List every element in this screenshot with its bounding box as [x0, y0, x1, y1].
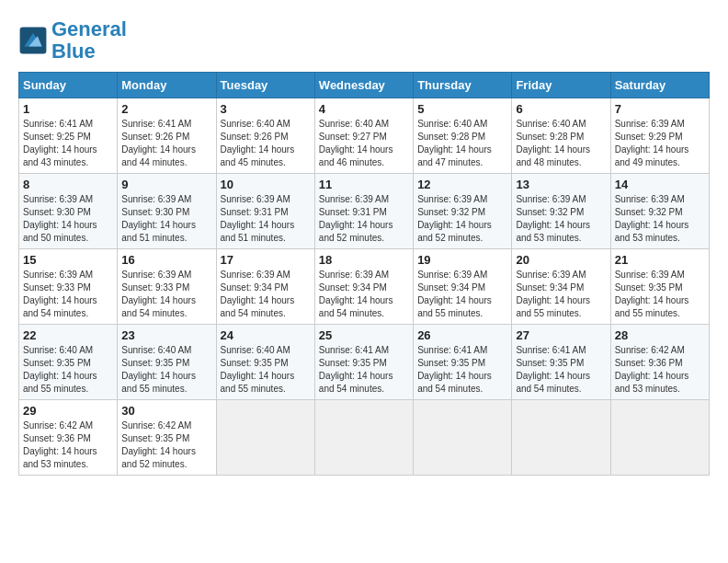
calendar-cell: 22 Sunrise: 6:40 AM Sunset: 9:35 PM Dayl… [19, 325, 118, 400]
calendar-cell: 2 Sunrise: 6:41 AM Sunset: 9:26 PM Dayli… [118, 98, 216, 174]
day-number: 2 [121, 102, 211, 116]
calendar-cell: 20 Sunrise: 6:39 AM Sunset: 9:34 PM Dayl… [512, 249, 610, 325]
calendar-table: SundayMondayTuesdayWednesdayThursdayFrid… [18, 72, 710, 476]
day-info: Sunrise: 6:40 AM Sunset: 9:35 PM Dayligh… [23, 344, 113, 396]
calendar-cell: 12 Sunrise: 6:39 AM Sunset: 9:32 PM Dayl… [414, 174, 512, 249]
calendar-cell: 28 Sunrise: 6:42 AM Sunset: 9:36 PM Dayl… [610, 325, 709, 400]
calendar-cell: 6 Sunrise: 6:40 AM Sunset: 9:28 PM Dayli… [512, 98, 610, 174]
day-number: 25 [319, 328, 409, 342]
day-info: Sunrise: 6:40 AM Sunset: 9:35 PM Dayligh… [221, 344, 311, 396]
day-number: 10 [221, 178, 311, 191]
day-info: Sunrise: 6:39 AM Sunset: 9:31 PM Dayligh… [319, 193, 409, 245]
calendar-cell: 15 Sunrise: 6:39 AM Sunset: 9:33 PM Dayl… [19, 249, 118, 325]
calendar-cell [610, 400, 709, 476]
calendar-cell: 29 Sunrise: 6:42 AM Sunset: 9:36 PM Dayl… [19, 400, 118, 476]
calendar-cell: 24 Sunrise: 6:40 AM Sunset: 9:35 PM Dayl… [216, 325, 314, 400]
calendar-cell: 25 Sunrise: 6:41 AM Sunset: 9:35 PM Dayl… [314, 325, 413, 400]
day-info: Sunrise: 6:39 AM Sunset: 9:31 PM Dayligh… [221, 193, 311, 245]
calendar-cell: 1 Sunrise: 6:41 AM Sunset: 9:25 PM Dayli… [19, 98, 118, 174]
day-number: 1 [23, 102, 113, 116]
day-info: Sunrise: 6:41 AM Sunset: 9:26 PM Dayligh… [121, 118, 211, 169]
logo-icon [18, 26, 48, 55]
calendar-cell: 5 Sunrise: 6:40 AM Sunset: 9:28 PM Dayli… [414, 98, 512, 174]
calendar-cell [314, 400, 413, 476]
day-number: 14 [615, 178, 705, 191]
day-info: Sunrise: 6:39 AM Sunset: 9:29 PM Dayligh… [615, 118, 705, 169]
day-number: 26 [417, 328, 507, 342]
calendar-cell: 26 Sunrise: 6:41 AM Sunset: 9:35 PM Dayl… [414, 325, 512, 400]
calendar-cell: 4 Sunrise: 6:40 AM Sunset: 9:27 PM Dayli… [314, 98, 413, 174]
day-info: Sunrise: 6:42 AM Sunset: 9:36 PM Dayligh… [23, 419, 113, 471]
calendar-cell [512, 400, 610, 476]
day-number: 20 [516, 253, 606, 267]
day-number: 19 [417, 253, 507, 267]
day-number: 6 [516, 102, 606, 116]
calendar-cell: 23 Sunrise: 6:40 AM Sunset: 9:35 PM Dayl… [118, 325, 216, 400]
day-number: 12 [417, 178, 507, 191]
day-number: 29 [23, 404, 113, 418]
day-number: 8 [23, 178, 113, 191]
calendar-cell: 18 Sunrise: 6:39 AM Sunset: 9:34 PM Dayl… [314, 249, 413, 325]
calendar-cell: 9 Sunrise: 6:39 AM Sunset: 9:30 PM Dayli… [118, 174, 216, 249]
weekday-header: Wednesday [314, 73, 413, 98]
calendar-row: 15 Sunrise: 6:39 AM Sunset: 9:33 PM Dayl… [19, 249, 710, 325]
calendar-cell [216, 400, 314, 476]
day-info: Sunrise: 6:40 AM Sunset: 9:28 PM Dayligh… [516, 118, 606, 169]
day-info: Sunrise: 6:40 AM Sunset: 9:27 PM Dayligh… [319, 118, 409, 169]
day-info: Sunrise: 6:40 AM Sunset: 9:35 PM Dayligh… [121, 344, 211, 396]
day-info: Sunrise: 6:39 AM Sunset: 9:34 PM Dayligh… [319, 269, 409, 320]
day-info: Sunrise: 6:39 AM Sunset: 9:35 PM Dayligh… [615, 269, 705, 320]
day-number: 23 [121, 328, 211, 342]
calendar-row: 29 Sunrise: 6:42 AM Sunset: 9:36 PM Dayl… [19, 400, 710, 476]
weekday-header: Sunday [19, 73, 118, 98]
page-header: General Blue [18, 18, 710, 63]
calendar-cell: 8 Sunrise: 6:39 AM Sunset: 9:30 PM Dayli… [19, 174, 118, 249]
day-number: 7 [615, 102, 705, 116]
day-info: Sunrise: 6:41 AM Sunset: 9:35 PM Dayligh… [516, 344, 606, 396]
day-number: 11 [319, 178, 409, 191]
day-info: Sunrise: 6:39 AM Sunset: 9:33 PM Dayligh… [23, 269, 113, 320]
day-info: Sunrise: 6:39 AM Sunset: 9:34 PM Dayligh… [516, 269, 606, 320]
day-info: Sunrise: 6:39 AM Sunset: 9:32 PM Dayligh… [417, 193, 507, 245]
weekday-header: Thursday [414, 73, 512, 98]
calendar-cell: 30 Sunrise: 6:42 AM Sunset: 9:35 PM Dayl… [118, 400, 216, 476]
calendar-cell: 27 Sunrise: 6:41 AM Sunset: 9:35 PM Dayl… [512, 325, 610, 400]
day-number: 4 [319, 102, 409, 116]
day-number: 16 [121, 253, 211, 267]
calendar-row: 8 Sunrise: 6:39 AM Sunset: 9:30 PM Dayli… [19, 174, 710, 249]
day-info: Sunrise: 6:39 AM Sunset: 9:30 PM Dayligh… [23, 193, 113, 245]
day-info: Sunrise: 6:39 AM Sunset: 9:30 PM Dayligh… [121, 193, 211, 245]
day-info: Sunrise: 6:39 AM Sunset: 9:33 PM Dayligh… [121, 269, 211, 320]
calendar-cell [414, 400, 512, 476]
calendar-row: 22 Sunrise: 6:40 AM Sunset: 9:35 PM Dayl… [19, 325, 710, 400]
day-info: Sunrise: 6:41 AM Sunset: 9:35 PM Dayligh… [319, 344, 409, 396]
calendar-cell: 3 Sunrise: 6:40 AM Sunset: 9:26 PM Dayli… [216, 98, 314, 174]
day-number: 17 [221, 253, 311, 267]
day-number: 30 [121, 404, 211, 418]
calendar-cell: 7 Sunrise: 6:39 AM Sunset: 9:29 PM Dayli… [610, 98, 709, 174]
weekday-header: Tuesday [216, 73, 314, 98]
day-number: 27 [516, 328, 606, 342]
day-number: 21 [615, 253, 705, 267]
calendar-cell: 14 Sunrise: 6:39 AM Sunset: 9:32 PM Dayl… [610, 174, 709, 249]
calendar-cell: 11 Sunrise: 6:39 AM Sunset: 9:31 PM Dayl… [314, 174, 413, 249]
weekday-header: Monday [118, 73, 216, 98]
day-number: 13 [516, 178, 606, 191]
day-info: Sunrise: 6:41 AM Sunset: 9:25 PM Dayligh… [23, 118, 113, 169]
day-info: Sunrise: 6:42 AM Sunset: 9:35 PM Dayligh… [121, 419, 211, 471]
day-number: 24 [221, 328, 311, 342]
day-info: Sunrise: 6:39 AM Sunset: 9:34 PM Dayligh… [417, 269, 507, 320]
calendar-header: SundayMondayTuesdayWednesdayThursdayFrid… [19, 73, 710, 98]
calendar-cell: 21 Sunrise: 6:39 AM Sunset: 9:35 PM Dayl… [610, 249, 709, 325]
day-number: 18 [319, 253, 409, 267]
day-info: Sunrise: 6:40 AM Sunset: 9:28 PM Dayligh… [417, 118, 507, 169]
calendar-cell: 17 Sunrise: 6:39 AM Sunset: 9:34 PM Dayl… [216, 249, 314, 325]
day-info: Sunrise: 6:39 AM Sunset: 9:32 PM Dayligh… [516, 193, 606, 245]
calendar-row: 1 Sunrise: 6:41 AM Sunset: 9:25 PM Dayli… [19, 98, 710, 174]
day-info: Sunrise: 6:39 AM Sunset: 9:32 PM Dayligh… [615, 193, 705, 245]
weekday-header: Friday [512, 73, 610, 98]
day-number: 15 [23, 253, 113, 267]
logo-text: General Blue [51, 18, 127, 63]
weekday-header: Saturday [610, 73, 709, 98]
day-number: 22 [23, 328, 113, 342]
